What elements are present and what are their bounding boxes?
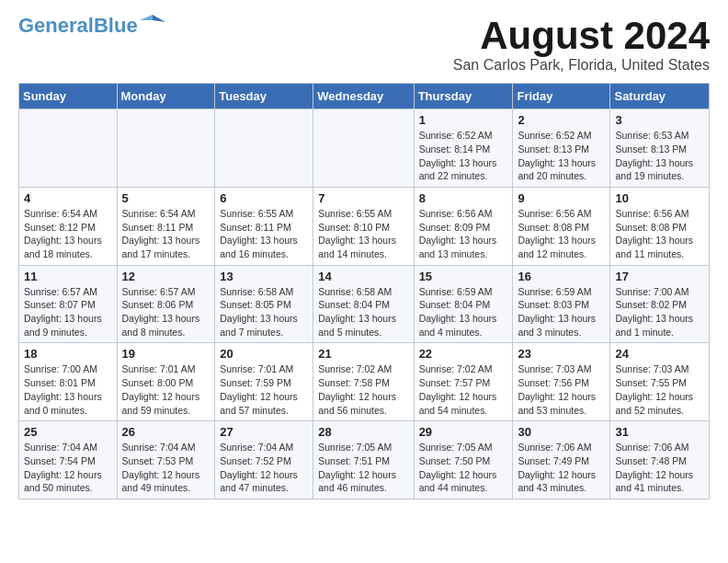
- day-number: 29: [419, 425, 508, 439]
- calendar-cell: 24Sunrise: 7:03 AM Sunset: 7:55 PM Dayli…: [610, 343, 710, 421]
- day-info: Sunrise: 6:55 AM Sunset: 8:11 PM Dayligh…: [220, 207, 308, 261]
- day-number: 21: [318, 347, 408, 361]
- day-header-sunday: Sunday: [19, 84, 118, 109]
- day-number: 14: [318, 270, 408, 283]
- day-number: 15: [419, 270, 508, 283]
- day-number: 2: [518, 113, 605, 127]
- day-info: Sunrise: 6:57 AM Sunset: 8:07 PM Dayligh…: [24, 285, 112, 339]
- calendar-subtitle: San Carlos Park, Florida, United States: [453, 57, 710, 74]
- day-number: 25: [24, 425, 112, 439]
- day-info: Sunrise: 7:04 AM Sunset: 7:54 PM Dayligh…: [24, 441, 112, 495]
- calendar-cell: 1Sunrise: 6:52 AM Sunset: 8:14 PM Daylig…: [414, 109, 513, 188]
- day-info: Sunrise: 6:58 AM Sunset: 8:04 PM Dayligh…: [318, 285, 408, 339]
- day-number: 8: [419, 191, 508, 205]
- day-info: Sunrise: 7:00 AM Sunset: 8:02 PM Dayligh…: [615, 285, 704, 339]
- calendar-week-row: 11Sunrise: 6:57 AM Sunset: 8:07 PM Dayli…: [19, 265, 710, 343]
- calendar-title: August 2024: [453, 15, 710, 57]
- day-info: Sunrise: 6:57 AM Sunset: 8:06 PM Dayligh…: [122, 285, 210, 339]
- calendar-cell: [19, 109, 118, 188]
- day-number: 3: [615, 113, 704, 127]
- day-number: 23: [518, 347, 605, 361]
- calendar-cell: 14Sunrise: 6:58 AM Sunset: 8:04 PM Dayli…: [313, 265, 414, 343]
- calendar-cell: [313, 109, 414, 188]
- day-number: 4: [24, 191, 112, 205]
- calendar-cell: 26Sunrise: 7:04 AM Sunset: 7:53 PM Dayli…: [117, 421, 215, 500]
- day-info: Sunrise: 6:55 AM Sunset: 8:10 PM Dayligh…: [318, 207, 408, 261]
- day-info: Sunrise: 7:04 AM Sunset: 7:52 PM Dayligh…: [220, 441, 308, 495]
- calendar-cell: 25Sunrise: 7:04 AM Sunset: 7:54 PM Dayli…: [19, 421, 118, 500]
- calendar-cell: 28Sunrise: 7:05 AM Sunset: 7:51 PM Dayli…: [313, 421, 414, 500]
- calendar-cell: [117, 109, 215, 188]
- day-number: 22: [419, 347, 508, 361]
- day-number: 10: [615, 191, 704, 205]
- day-info: Sunrise: 7:01 AM Sunset: 7:59 PM Dayligh…: [220, 362, 308, 417]
- calendar-week-row: 4Sunrise: 6:54 AM Sunset: 8:12 PM Daylig…: [19, 187, 710, 265]
- day-number: 9: [518, 191, 605, 205]
- day-number: 6: [220, 191, 308, 205]
- day-info: Sunrise: 6:54 AM Sunset: 8:11 PM Dayligh…: [122, 207, 210, 261]
- day-info: Sunrise: 6:58 AM Sunset: 8:05 PM Dayligh…: [220, 285, 308, 339]
- calendar-cell: 3Sunrise: 6:53 AM Sunset: 8:13 PM Daylig…: [610, 109, 710, 188]
- day-info: Sunrise: 6:52 AM Sunset: 8:13 PM Dayligh…: [518, 129, 605, 183]
- logo: GeneralBlue: [18, 15, 165, 37]
- calendar-header-row: SundayMondayTuesdayWednesdayThursdayFrid…: [19, 84, 710, 109]
- calendar-cell: 10Sunrise: 6:56 AM Sunset: 8:08 PM Dayli…: [610, 187, 710, 265]
- day-info: Sunrise: 7:03 AM Sunset: 7:56 PM Dayligh…: [518, 362, 605, 417]
- day-info: Sunrise: 7:05 AM Sunset: 7:50 PM Dayligh…: [419, 441, 508, 495]
- day-header-thursday: Thursday: [414, 84, 513, 109]
- day-info: Sunrise: 6:59 AM Sunset: 8:03 PM Dayligh…: [518, 285, 605, 339]
- calendar-cell: 21Sunrise: 7:02 AM Sunset: 7:58 PM Dayli…: [313, 343, 414, 421]
- calendar-cell: 13Sunrise: 6:58 AM Sunset: 8:05 PM Dayli…: [215, 265, 313, 343]
- day-number: 18: [24, 347, 112, 361]
- day-info: Sunrise: 6:56 AM Sunset: 8:09 PM Dayligh…: [419, 207, 508, 261]
- calendar-cell: 2Sunrise: 6:52 AM Sunset: 8:13 PM Daylig…: [513, 109, 610, 188]
- calendar-cell: 27Sunrise: 7:04 AM Sunset: 7:52 PM Dayli…: [215, 421, 313, 500]
- calendar-week-row: 1Sunrise: 6:52 AM Sunset: 8:14 PM Daylig…: [19, 109, 710, 188]
- svg-marker-1: [140, 15, 153, 20]
- day-number: 27: [220, 425, 308, 439]
- day-info: Sunrise: 6:56 AM Sunset: 8:08 PM Dayligh…: [518, 207, 605, 261]
- calendar-cell: 17Sunrise: 7:00 AM Sunset: 8:02 PM Dayli…: [610, 265, 710, 343]
- day-info: Sunrise: 7:04 AM Sunset: 7:53 PM Dayligh…: [122, 441, 210, 495]
- day-number: 16: [518, 270, 605, 283]
- day-number: 19: [122, 347, 210, 361]
- day-info: Sunrise: 6:59 AM Sunset: 8:04 PM Dayligh…: [419, 285, 508, 339]
- calendar-cell: 19Sunrise: 7:01 AM Sunset: 8:00 PM Dayli…: [117, 343, 215, 421]
- calendar-cell: 16Sunrise: 6:59 AM Sunset: 8:03 PM Dayli…: [513, 265, 610, 343]
- day-info: Sunrise: 6:56 AM Sunset: 8:08 PM Dayligh…: [615, 207, 704, 261]
- day-number: 13: [220, 270, 308, 283]
- calendar-cell: 30Sunrise: 7:06 AM Sunset: 7:49 PM Dayli…: [513, 421, 610, 500]
- day-number: 20: [220, 347, 308, 361]
- day-info: Sunrise: 7:00 AM Sunset: 8:01 PM Dayligh…: [24, 362, 112, 417]
- day-info: Sunrise: 7:03 AM Sunset: 7:55 PM Dayligh…: [615, 362, 704, 417]
- logo-bird-icon: [140, 13, 165, 31]
- day-number: 7: [318, 191, 408, 205]
- calendar-cell: 4Sunrise: 6:54 AM Sunset: 8:12 PM Daylig…: [19, 187, 118, 265]
- day-info: Sunrise: 6:52 AM Sunset: 8:14 PM Dayligh…: [419, 129, 508, 183]
- day-number: 5: [122, 191, 210, 205]
- day-header-wednesday: Wednesday: [313, 84, 414, 109]
- day-number: 17: [615, 270, 704, 283]
- calendar-cell: 31Sunrise: 7:06 AM Sunset: 7:48 PM Dayli…: [610, 421, 710, 500]
- day-info: Sunrise: 7:02 AM Sunset: 7:57 PM Dayligh…: [419, 362, 508, 417]
- day-info: Sunrise: 6:53 AM Sunset: 8:13 PM Dayligh…: [615, 129, 704, 183]
- page-header: GeneralBlue August 2024 San Carlos Park,…: [18, 15, 710, 74]
- calendar-cell: 22Sunrise: 7:02 AM Sunset: 7:57 PM Dayli…: [414, 343, 513, 421]
- calendar-cell: 15Sunrise: 6:59 AM Sunset: 8:04 PM Dayli…: [414, 265, 513, 343]
- day-info: Sunrise: 7:05 AM Sunset: 7:51 PM Dayligh…: [318, 441, 408, 495]
- calendar-cell: 18Sunrise: 7:00 AM Sunset: 8:01 PM Dayli…: [19, 343, 118, 421]
- day-info: Sunrise: 7:02 AM Sunset: 7:58 PM Dayligh…: [318, 362, 408, 417]
- day-info: Sunrise: 7:06 AM Sunset: 7:48 PM Dayligh…: [615, 441, 704, 495]
- day-header-monday: Monday: [117, 84, 215, 109]
- calendar-cell: 20Sunrise: 7:01 AM Sunset: 7:59 PM Dayli…: [215, 343, 313, 421]
- calendar-cell: 8Sunrise: 6:56 AM Sunset: 8:09 PM Daylig…: [414, 187, 513, 265]
- day-number: 1: [419, 113, 508, 127]
- calendar-table: SundayMondayTuesdayWednesdayThursdayFrid…: [18, 83, 710, 500]
- day-number: 26: [122, 425, 210, 439]
- calendar-cell: 11Sunrise: 6:57 AM Sunset: 8:07 PM Dayli…: [19, 265, 118, 343]
- calendar-week-row: 18Sunrise: 7:00 AM Sunset: 8:01 PM Dayli…: [19, 343, 710, 421]
- day-number: 24: [615, 347, 704, 361]
- calendar-cell: 5Sunrise: 6:54 AM Sunset: 8:11 PM Daylig…: [117, 187, 215, 265]
- calendar-cell: 29Sunrise: 7:05 AM Sunset: 7:50 PM Dayli…: [414, 421, 513, 500]
- day-header-friday: Friday: [513, 84, 610, 109]
